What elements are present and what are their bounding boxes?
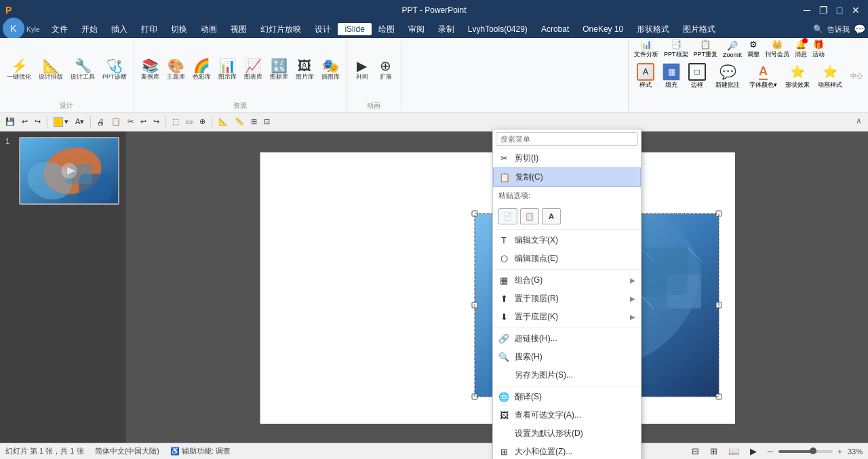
menu-islide[interactable]: iSlide [338, 23, 371, 35]
toolbar-view-1[interactable]: 📐 [216, 116, 231, 127]
toolbar-shape-3[interactable]: ⊕ [197, 116, 208, 127]
ribbon-btn-one-key[interactable]: ⚡ 一键优化 [4, 58, 34, 83]
toolbar-item-5[interactable]: ↪ [151, 116, 162, 127]
view-outline-button[interactable]: ⊞ [707, 445, 720, 458]
zoom-out-button[interactable]: ─ [765, 446, 776, 457]
context-menu-item-size-position[interactable]: ⊞ 大小和位置(Z)... [493, 443, 641, 459]
ribbon-btn-fill[interactable]: ▦ 填充 [660, 62, 683, 91]
toolbar-color-swatch[interactable]: ▾ [51, 116, 71, 128]
menu-slideshow[interactable]: 幻灯片放映 [254, 22, 308, 37]
menu-record[interactable]: 录制 [431, 22, 461, 37]
ribbon-btn-ppt-duplicate[interactable]: 📋PPT重复 [694, 39, 718, 59]
tell-me-label[interactable]: 告诉我 [827, 24, 850, 35]
ribbon-btn-file-analysis[interactable]: 📊文件分析 [634, 39, 658, 59]
ribbon-btn-shape-effect[interactable]: ⭐ 形状效果 [783, 62, 812, 91]
minimize-button[interactable]: ─ [800, 3, 814, 17]
ribbon-btn-style[interactable]: A 样式 [634, 62, 657, 91]
menu-home[interactable]: 开始 [75, 22, 104, 37]
context-menu-search-input[interactable] [496, 132, 638, 146]
toolbar-item-4[interactable]: ↩ [138, 116, 149, 127]
ribbon-btn-ppt-framework[interactable]: 📑PPT框架 [664, 39, 688, 59]
paste-option-2[interactable]: 📋 [520, 208, 539, 224]
ribbon-btn-illustration-library[interactable]: 🎭 插图库 [319, 58, 342, 83]
context-menu-item-cut[interactable]: ✂ 剪切(I) [493, 149, 641, 167]
ribbon-collapse-button[interactable]: ∧ [852, 114, 865, 127]
context-menu-item-hyperlink[interactable]: 🔗 超链接(H)... [493, 330, 641, 348]
menu-view[interactable]: 视图 [224, 22, 254, 37]
toolbar-shape-2[interactable]: ▭ [183, 116, 195, 127]
toolbar-view-3[interactable]: ⊞ [248, 116, 260, 127]
ribbon-btn-case-library[interactable]: 📚 案例库 [138, 58, 162, 83]
context-menu-item-edit-points[interactable]: ⬡ 编辑顶点(E) [493, 250, 641, 268]
maximize-button[interactable]: □ [833, 3, 846, 17]
close-button[interactable]: ✕ [849, 3, 863, 17]
paste-option-3[interactable]: A [542, 208, 561, 224]
context-menu-item-edit-text[interactable]: T 编辑文字(X) [493, 231, 641, 250]
menu-insert[interactable]: 插入 [104, 22, 134, 37]
toolbar-view-2[interactable]: 📏 [232, 116, 247, 127]
menu-draw[interactable]: 绘图 [372, 22, 401, 37]
toolbar-font-toggle[interactable]: A▾ [73, 116, 87, 127]
ribbon-btn-adjust[interactable]: ⚙调整 [747, 39, 760, 59]
window-title: PPT - PowerPoint [401, 5, 466, 15]
toolbar-view-4[interactable]: ⊡ [261, 116, 273, 127]
ribbon-btn-theme-library[interactable]: 🎨 主题库 [164, 58, 188, 83]
menu-picture-format[interactable]: 图片格式 [676, 22, 722, 37]
context-menu-item-bring-to-top[interactable]: ⬆ 置于顶层(R) ▶ [493, 290, 641, 308]
context-menu-item-copy[interactable]: 📋 复制(C) [493, 167, 641, 187]
menu-review[interactable]: 审阅 [401, 22, 431, 37]
view-normal-button[interactable]: ⊟ [689, 445, 702, 458]
ribbon-btn-new-comment[interactable]: 💬 新建批注 [711, 62, 744, 91]
context-menu-item-send-to-back[interactable]: ⬇ 置于底层(K) ▶ [493, 308, 641, 326]
ribbon-btn-animation-style[interactable]: ⭐ 动画样式 [815, 62, 845, 91]
user-avatar[interactable]: K [3, 18, 24, 39]
toolbar-item-1[interactable]: 🖨 [94, 117, 107, 127]
menu-transition[interactable]: 切换 [164, 22, 194, 37]
menu-design[interactable]: 设计 [308, 22, 338, 37]
ribbon-btn-expand[interactable]: ⊕ 扩展 [375, 58, 397, 83]
menu-onekey[interactable]: OneKey 10 [576, 23, 630, 35]
toolbar-item-2[interactable]: 📋 [108, 116, 123, 127]
menu-file[interactable]: 文件 [45, 22, 75, 37]
menu-lvyhtools[interactable]: LvyhTools(0429) [461, 23, 534, 35]
ribbon-btn-border[interactable]: □ 边框 [686, 62, 709, 91]
view-slideshow-button[interactable]: ▶ [747, 445, 760, 458]
ribbon-btn-chart-library[interactable]: 📈 图表库 [241, 58, 265, 83]
view-reading-button[interactable]: 📖 [726, 445, 742, 458]
menu-animation[interactable]: 动画 [194, 22, 224, 37]
menu-print[interactable]: 打印 [134, 22, 164, 37]
toolbar-shape-1[interactable]: ⬚ [170, 116, 182, 127]
restore-button[interactable]: ❐ [816, 3, 830, 17]
paste-option-1[interactable]: 📄 [498, 208, 517, 224]
ribbon-btn-color-library[interactable]: 🌈 色彩库 [190, 58, 214, 83]
notification-icon[interactable]: 💬 [854, 24, 865, 35]
toolbar-item-3[interactable]: ✂ [125, 116, 136, 127]
slide-thumbnail[interactable] [19, 137, 119, 205]
zoom-in-button[interactable]: + [835, 446, 845, 457]
ribbon-btn-ppt-diagnose[interactable]: 🩺 PPT诊断 [100, 58, 130, 83]
context-menu-item-translate[interactable]: 🌐 翻译(S) [493, 388, 641, 406]
toolbar-undo[interactable]: ↩ [19, 116, 31, 127]
ribbon-btn-font-color[interactable]: A 字体颜色▾ [747, 62, 780, 91]
ribbon-btn-activity[interactable]: 🎁活动 [812, 39, 825, 59]
context-menu-item-save-as-image[interactable]: 另存为图片(S)... [493, 366, 641, 384]
ribbon-btn-icon-library[interactable]: 🔣 图标库 [267, 58, 291, 83]
ribbon-btn-image-library[interactable]: 🖼 图片库 [293, 58, 317, 83]
context-menu-item-search[interactable]: 🔍 搜索(H) [493, 348, 641, 366]
context-menu-item-default-shape[interactable]: 设置为默认形状(D) [493, 424, 641, 443]
toolbar-redo[interactable]: ↪ [32, 116, 43, 127]
center-label[interactable]: 中心 [850, 72, 863, 81]
ribbon-btn-tween[interactable]: ▶ 补间 [351, 58, 373, 83]
ribbon-btn-membership[interactable]: 👑刊号会员 [765, 39, 789, 59]
ribbon-btn-zoomit[interactable]: 🔎ZoomIt [723, 41, 742, 58]
ribbon-btn-design-tool[interactable]: 🔧 设计工具 [68, 58, 98, 83]
ribbon-btn-diagram-library[interactable]: 📊 图示库 [216, 58, 239, 83]
menu-acrobat[interactable]: Acrobat [534, 23, 576, 35]
ribbon-btn-design-layout[interactable]: 📐 设计排版 [36, 58, 66, 83]
context-menu-item-alt-text[interactable]: 🖼 查看可选文字(A)... [493, 406, 641, 424]
menu-shape-format[interactable]: 形状格式 [630, 22, 676, 37]
zoom-slider[interactable] [778, 450, 833, 453]
ribbon-btn-message[interactable]: 🔔消息 [795, 39, 807, 59]
context-menu-item-group[interactable]: ▦ 组合(G) ▶ [493, 271, 641, 290]
toolbar-save[interactable]: 💾 [3, 116, 18, 127]
